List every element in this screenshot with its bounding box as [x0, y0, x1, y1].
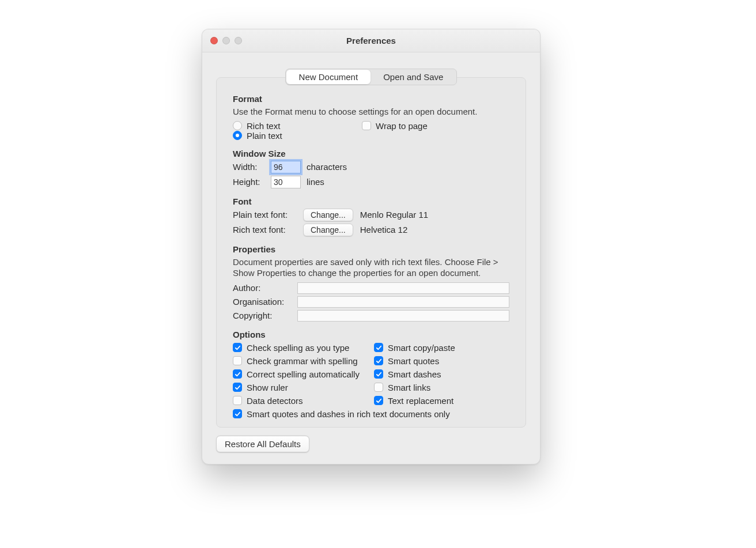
- height-label: Height:: [233, 177, 265, 187]
- author-label: Author:: [233, 283, 290, 293]
- plain-font-value: Menlo Regular 11: [360, 210, 428, 220]
- titlebar: Preferences: [202, 29, 540, 52]
- checkbox-smart_copy[interactable]: Smart copy/paste: [374, 343, 509, 353]
- window-title: Preferences: [346, 36, 396, 46]
- checkbox-indicator: [374, 383, 383, 392]
- checkbox-show_ruler[interactable]: Show ruler: [233, 383, 368, 392]
- radio-indicator: [233, 121, 242, 130]
- checkbox-indicator: [374, 343, 383, 352]
- checkbox-check_spelling[interactable]: Check spelling as you type: [233, 343, 368, 353]
- radio-rich-text[interactable]: Rich text: [233, 121, 360, 131]
- checkbox-label: Smart dashes: [388, 369, 441, 379]
- checkbox-text_replace[interactable]: Text replacement: [374, 396, 509, 406]
- options-heading: Options: [233, 330, 509, 339]
- properties-helper: Document properties are saved only with …: [233, 256, 509, 279]
- checkbox-label: Smart quotes and dashes in rich text doc…: [247, 409, 450, 419]
- tab-new-document[interactable]: New Document: [286, 70, 371, 84]
- properties-heading: Properties: [233, 244, 509, 254]
- checkbox-correct_spelling[interactable]: Correct spelling automatically: [233, 369, 368, 379]
- rich-font-label: Rich text font:: [233, 225, 296, 235]
- height-unit: lines: [307, 177, 324, 187]
- plain-font-label: Plain text font:: [233, 210, 296, 220]
- width-input[interactable]: [271, 161, 301, 173]
- checkbox-indicator: [374, 356, 383, 365]
- traffic-lights: [210, 37, 242, 44]
- minimize-button[interactable]: [222, 37, 230, 44]
- tab-open-and-save[interactable]: Open and Save: [371, 70, 456, 84]
- checkbox-indicator: [233, 343, 242, 352]
- preferences-window: Preferences New Document Open and Save F…: [202, 29, 540, 464]
- checkbox-label: Smart links: [388, 383, 430, 392]
- checkbox-smart_quotes[interactable]: Smart quotes: [374, 356, 509, 366]
- format-heading: Format: [233, 94, 509, 104]
- change-plain-font-button[interactable]: Change...: [303, 209, 353, 221]
- checkbox-label: Correct spelling automatically: [247, 369, 360, 379]
- checkbox-indicator: [374, 396, 383, 405]
- font-heading: Font: [233, 196, 509, 206]
- checkbox-indicator: [233, 409, 242, 418]
- checkbox-indicator: [233, 369, 242, 379]
- checkbox-label: Text replacement: [388, 396, 453, 406]
- checkbox-label: Check grammar with spelling: [247, 356, 358, 366]
- checkbox-indicator: [362, 121, 371, 130]
- radio-label: Plain text: [247, 131, 282, 141]
- restore-defaults-button[interactable]: Restore All Defaults: [216, 436, 309, 452]
- checkbox-data_detectors[interactable]: Data detectors: [233, 396, 368, 406]
- organisation-label: Organisation:: [233, 297, 290, 307]
- copyright-label: Copyright:: [233, 311, 290, 320]
- checkbox-indicator: [233, 356, 242, 365]
- checkbox-wrap-to-page[interactable]: Wrap to page: [362, 121, 509, 131]
- format-helper: Use the Format menu to choose settings f…: [233, 106, 509, 118]
- checkbox-check_grammar[interactable]: Check grammar with spelling: [233, 356, 368, 366]
- checkbox-sq_rich_only[interactable]: Smart quotes and dashes in rich text doc…: [233, 409, 509, 419]
- checkbox-label: Check spelling as you type: [247, 343, 349, 353]
- checkbox-smart_links[interactable]: Smart links: [374, 383, 509, 392]
- checkbox-label: Wrap to page: [376, 121, 428, 131]
- width-unit: characters: [307, 162, 347, 172]
- checkbox-indicator: [374, 369, 383, 379]
- new-document-panel: Format Use the Format menu to choose set…: [216, 77, 526, 428]
- rich-font-value: Helvetica 12: [360, 225, 408, 235]
- author-input[interactable]: [297, 282, 509, 294]
- zoom-button[interactable]: [235, 37, 242, 44]
- close-button[interactable]: [210, 37, 218, 44]
- checkbox-smart_dashes[interactable]: Smart dashes: [374, 369, 509, 379]
- checkbox-indicator: [233, 396, 242, 405]
- height-input[interactable]: [271, 176, 301, 188]
- content: New Document Open and Save Format Use th…: [202, 69, 540, 464]
- checkbox-label: Smart quotes: [388, 356, 439, 366]
- radio-label: Rich text: [247, 121, 280, 131]
- width-label: Width:: [233, 162, 265, 172]
- checkbox-label: Show ruler: [247, 383, 288, 392]
- copyright-input[interactable]: [297, 310, 509, 322]
- checkbox-indicator: [233, 383, 242, 392]
- change-rich-font-button[interactable]: Change...: [303, 224, 353, 236]
- tab-segmented-control: New Document Open and Save: [285, 69, 458, 85]
- window-size-heading: Window Size: [233, 149, 509, 158]
- organisation-input[interactable]: [297, 296, 509, 308]
- radio-plain-text[interactable]: Plain text: [233, 131, 360, 141]
- checkbox-label: Smart copy/paste: [388, 343, 455, 353]
- checkbox-label: Data detectors: [247, 396, 303, 406]
- radio-indicator: [233, 131, 242, 140]
